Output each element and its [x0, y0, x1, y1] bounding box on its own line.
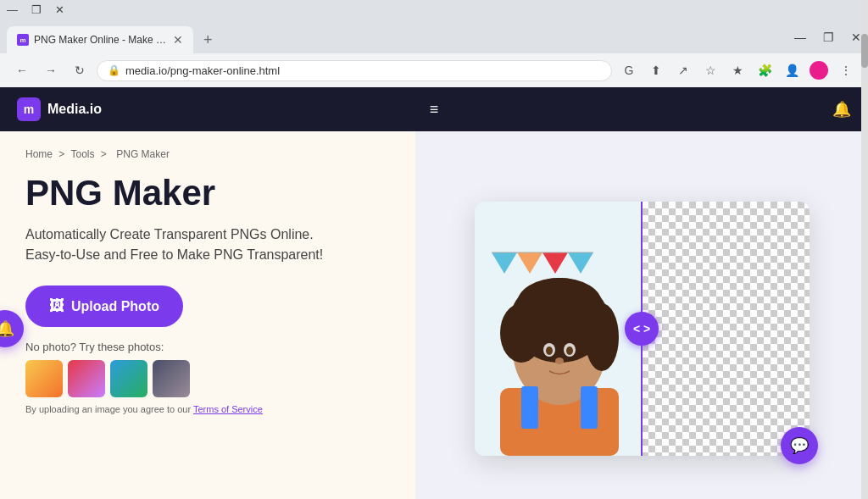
- transparent-photo-svg: [642, 202, 810, 456]
- forward-btn[interactable]: →: [39, 58, 63, 82]
- breadcrumb-current: PNG Maker: [116, 148, 170, 160]
- notification-float-btn[interactable]: 🔔: [0, 310, 24, 347]
- tab-title: PNG Maker Online - Make JP...: [34, 34, 168, 46]
- win-restore-top[interactable]: ❐: [823, 30, 834, 44]
- page-title: PNG Maker: [25, 174, 390, 213]
- win-minimize-top[interactable]: —: [794, 30, 806, 44]
- sample-photo-1[interactable]: [25, 360, 63, 397]
- sample-photo-4[interactable]: [153, 360, 190, 397]
- slider-handle[interactable]: < >: [625, 312, 659, 346]
- hamburger-menu-btn[interactable]: ≡: [430, 101, 439, 119]
- site-navbar: m Media.io ≡ 🔔: [0, 87, 868, 131]
- back-btn[interactable]: ←: [10, 58, 34, 82]
- share-btn[interactable]: ↗: [671, 58, 695, 82]
- chat-float-btn[interactable]: 💬: [781, 427, 818, 464]
- bookmark-btn[interactable]: ☆: [698, 58, 722, 82]
- upload-photo-btn[interactable]: 🖼 Upload Photo: [25, 286, 183, 327]
- active-tab[interactable]: m PNG Maker Online - Make JP... ✕: [7, 26, 193, 53]
- demo-scene: < > 💬: [475, 202, 810, 456]
- right-panel: < > 💬: [415, 131, 868, 499]
- notification-icon: 🔔: [0, 319, 14, 338]
- original-photo-svg: [475, 202, 643, 456]
- demo-right-side: [642, 202, 810, 456]
- breadcrumb-sep2: >: [101, 148, 107, 160]
- photo-thumbnails: [25, 360, 390, 397]
- try-photos-section: No photo? Try these photos: By uploading…: [25, 341, 390, 414]
- scrollbar[interactable]: [861, 0, 868, 499]
- sample-photo-2[interactable]: [68, 360, 105, 397]
- browser-top-bar: — ❐ ✕: [0, 0, 868, 19]
- browser-actions: G ⬆ ↗ ☆ ★ 🧩 👤 ⋮: [617, 58, 858, 82]
- site-logo[interactable]: m Media.io: [17, 97, 102, 121]
- breadcrumb-home[interactable]: Home: [25, 148, 53, 160]
- win-close-btn[interactable]: ✕: [55, 3, 64, 16]
- breadcrumb: Home > Tools > PNG Maker: [25, 148, 390, 160]
- new-tab-btn[interactable]: +: [197, 28, 220, 53]
- breadcrumb-sep1: >: [58, 148, 64, 160]
- upload-btn-label: Upload Photo: [71, 299, 159, 314]
- svg-point-16: [566, 347, 573, 355]
- reload-btn[interactable]: ↻: [68, 58, 92, 82]
- svg-rect-19: [581, 386, 598, 429]
- try-photos-label: No photo? Try these photos:: [25, 341, 390, 353]
- demo-left-side: [475, 202, 643, 456]
- screenshot-btn[interactable]: ⬆: [644, 58, 668, 82]
- url-text: media.io/png-maker-online.html: [125, 64, 601, 77]
- upload-icon: 🖼: [49, 297, 64, 315]
- breadcrumb-tools[interactable]: Tools: [71, 148, 95, 160]
- svg-point-17: [555, 358, 564, 364]
- browser-controls: ← → ↻ 🔒 media.io/png-maker-online.html G…: [0, 53, 868, 87]
- scrollbar-thumb[interactable]: [861, 34, 868, 68]
- address-bar[interactable]: 🔒 media.io/png-maker-online.html: [97, 60, 612, 81]
- win-restore-btn[interactable]: ❐: [31, 3, 42, 16]
- profile-btn[interactable]: [807, 58, 831, 82]
- logo-icon: m: [17, 97, 41, 121]
- bookmark-mgr-btn[interactable]: ★: [726, 58, 749, 82]
- menu-btn[interactable]: ⋮: [834, 58, 858, 82]
- google-btn[interactable]: G: [617, 58, 641, 82]
- lock-icon: 🔒: [108, 64, 120, 76]
- left-panel: 🔔 Home > Tools > PNG Maker PNG Maker Aut…: [0, 131, 415, 499]
- extensions-btn[interactable]: 🧩: [753, 58, 776, 82]
- profile-display-btn[interactable]: 👤: [780, 58, 804, 82]
- tab-favicon: m: [17, 34, 29, 46]
- chat-icon: 💬: [790, 436, 809, 455]
- tab-bar: m PNG Maker Online - Make JP... ✕ + — ❐ …: [0, 19, 868, 53]
- terms-link[interactable]: Terms of Service: [193, 404, 263, 414]
- main-content: 🔔 Home > Tools > PNG Maker PNG Maker Aut…: [0, 131, 868, 499]
- terms-text: By uploading an image you agree to our T…: [25, 404, 390, 414]
- demo-image: < >: [475, 202, 810, 456]
- slider-arrows-icon: < >: [633, 322, 650, 335]
- win-minimize-btn[interactable]: —: [7, 3, 18, 16]
- svg-point-15: [546, 347, 553, 355]
- logo-text: Media.io: [47, 102, 102, 117]
- svg-point-12: [517, 278, 602, 329]
- sample-photo-3[interactable]: [110, 360, 147, 397]
- tab-close-btn[interactable]: ✕: [173, 33, 183, 47]
- svg-rect-18: [521, 386, 538, 429]
- notification-bell-btn[interactable]: 🔔: [832, 100, 851, 119]
- page-description: Automatically Create Transparent PNGs On…: [25, 225, 348, 265]
- win-close-top[interactable]: ✕: [851, 30, 861, 44]
